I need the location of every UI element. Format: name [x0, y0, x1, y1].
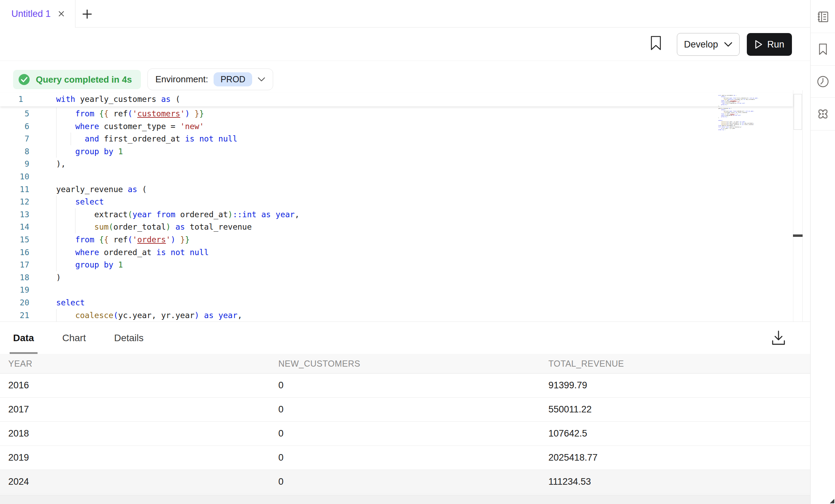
- indent-guide: [56, 107, 56, 120]
- horizontal-scrollbar-track[interactable]: [0, 495, 810, 504]
- editor-scrollbar-thumb[interactable]: [793, 234, 803, 237]
- column-header-year: YEAR: [0, 359, 270, 369]
- results-tab-details[interactable]: Details: [111, 322, 147, 354]
- results-tab-data[interactable]: Data: [10, 322, 38, 354]
- table-row[interactable]: 2016091399.79: [0, 374, 810, 398]
- code-text: coalesce(yc.new_customers, 0) as new_cus…: [56, 322, 721, 322]
- results-tab-bar: DataChartDetails: [0, 322, 810, 354]
- bookmark-icon[interactable]: [816, 43, 829, 56]
- code-line-19[interactable]: 19: [0, 284, 810, 296]
- code-line-20[interactable]: 20select: [0, 296, 810, 309]
- indent-guide: [56, 322, 56, 322]
- chevron-down-icon: [724, 42, 733, 47]
- line-number: 19: [0, 284, 29, 296]
- sticky-code-line[interactable]: 1with yearly_customers as (: [0, 93, 793, 106]
- code-text: group by 1: [56, 145, 721, 158]
- code-text: [56, 170, 721, 183]
- results-table: YEARNEW_CUSTOMERSTOTAL_REVENUE 201609139…: [0, 354, 810, 494]
- indent-guide: [56, 246, 56, 259]
- right-sidebar: [810, 0, 835, 504]
- line-number: 7: [0, 133, 29, 145]
- sql-editor[interactable]: 5 from {{ ref('customers') }}6 where cus…: [0, 90, 810, 322]
- indent-guide: [56, 133, 56, 145]
- code-text: ): [56, 271, 721, 284]
- table-cell: 91399.79: [540, 380, 810, 391]
- tab-untitled-1[interactable]: Untitled 1: [0, 0, 75, 28]
- code-line-18[interactable]: 18): [0, 271, 810, 284]
- tab-bar: Untitled 1: [0, 0, 810, 28]
- code-line-11[interactable]: 11yearly_revenue as (: [0, 183, 810, 196]
- indent-guide: [75, 208, 75, 221]
- table-cell: 0: [270, 380, 540, 391]
- results-tab-chart[interactable]: Chart: [59, 322, 89, 354]
- code-text: and first_ordered_at is not null: [56, 133, 721, 145]
- line-number: 16: [0, 246, 29, 259]
- code-lines[interactable]: 5 from {{ ref('customers') }}6 where cus…: [0, 107, 810, 322]
- table-row[interactable]: 20180107642.5: [0, 422, 810, 446]
- code-line-16[interactable]: 16 where ordered_at is not null: [0, 246, 810, 259]
- line-number: 21: [0, 309, 29, 322]
- line-number: 13: [0, 208, 29, 221]
- code-line-13[interactable]: 13 extract(year from ordered_at)::int as…: [0, 208, 810, 221]
- code-text: from {{ ref('customers') }}: [56, 107, 721, 120]
- bookmark-icon[interactable]: [649, 35, 663, 51]
- close-tab-icon[interactable]: [57, 9, 66, 18]
- line-number: 15: [0, 233, 29, 246]
- sidebar-divider: [811, 97, 835, 98]
- line-number: 9: [0, 158, 29, 170]
- table-cell: 0: [270, 404, 540, 415]
- develop-button[interactable]: Develop: [677, 33, 740, 56]
- indent-guide: [56, 221, 56, 233]
- code-text: ),: [56, 158, 721, 170]
- code-line-17[interactable]: 17 group by 1: [0, 259, 810, 271]
- dbt-logo-icon[interactable]: [816, 107, 829, 120]
- environment-value-badge: PROD: [214, 72, 252, 86]
- code-line-12[interactable]: 12 select: [0, 196, 810, 208]
- code-line-14[interactable]: 14 sum(order_total) as total_revenue: [0, 221, 810, 233]
- run-button[interactable]: Run: [747, 33, 792, 56]
- notebook-icon[interactable]: [816, 10, 829, 23]
- environment-selector[interactable]: Environment: PROD: [147, 69, 273, 90]
- table-cell: 2019: [0, 452, 270, 463]
- table-cell: 2018: [0, 428, 270, 439]
- sidebar-divider: [811, 65, 835, 66]
- code-line-1[interactable]: 1with yearly_customers as (: [0, 93, 793, 106]
- code-line-5[interactable]: 5 from {{ ref('customers') }}: [0, 107, 810, 120]
- indent-guide: [56, 208, 56, 221]
- table-cell: 111234.53: [540, 476, 810, 487]
- line-number: 20: [0, 296, 29, 309]
- run-label: Run: [767, 39, 784, 50]
- code-line-21[interactable]: 21 coalesce(yc.year, yr.year) as year,: [0, 309, 810, 322]
- code-line-6[interactable]: 6 where customer_type = 'new': [0, 120, 810, 133]
- table-cell: 0: [270, 476, 540, 487]
- line-number: 12: [0, 196, 29, 208]
- table-row[interactable]: 201902025418.77: [0, 446, 810, 470]
- code-line-8[interactable]: 8 group by 1: [0, 145, 810, 158]
- code-text: where ordered_at is not null: [56, 246, 721, 259]
- resize-handle[interactable]: [830, 499, 834, 503]
- code-text: coalesce(yc.year, yr.year) as year,: [56, 309, 721, 322]
- line-number: 10: [0, 170, 29, 183]
- code-line-15[interactable]: 15 from {{ ref('orders') }}: [0, 233, 810, 246]
- line-number: 22: [0, 322, 29, 322]
- new-tab-button[interactable]: [81, 8, 93, 20]
- code-line-10[interactable]: 10: [0, 170, 810, 183]
- indent-guide: [56, 145, 56, 158]
- table-row[interactable]: 20170550011.22: [0, 398, 810, 422]
- table-row[interactable]: 20240111234.53: [0, 470, 810, 494]
- indent-guide: [56, 196, 56, 208]
- download-icon[interactable]: [771, 330, 786, 346]
- table-cell: 2024: [0, 476, 270, 487]
- table-cell: 550011.22: [540, 404, 810, 415]
- code-line-9[interactable]: 9),: [0, 158, 810, 170]
- history-icon[interactable]: [816, 75, 829, 88]
- code-line-22[interactable]: 22 coalesce(yc.new_customers, 0) as new_…: [0, 322, 810, 322]
- line-number: 11: [0, 183, 29, 196]
- minimap[interactable]: with yearly_customers as ( select extrac…: [718, 95, 762, 134]
- code-text: where customer_type = 'new': [56, 120, 721, 133]
- code-line-7[interactable]: 7 and first_ordered_at is not null: [0, 133, 810, 145]
- line-number: 8: [0, 145, 29, 158]
- indent-guide: [71, 133, 71, 145]
- code-text: yearly_revenue as (: [56, 183, 721, 196]
- minimap-viewport-box: [794, 94, 802, 130]
